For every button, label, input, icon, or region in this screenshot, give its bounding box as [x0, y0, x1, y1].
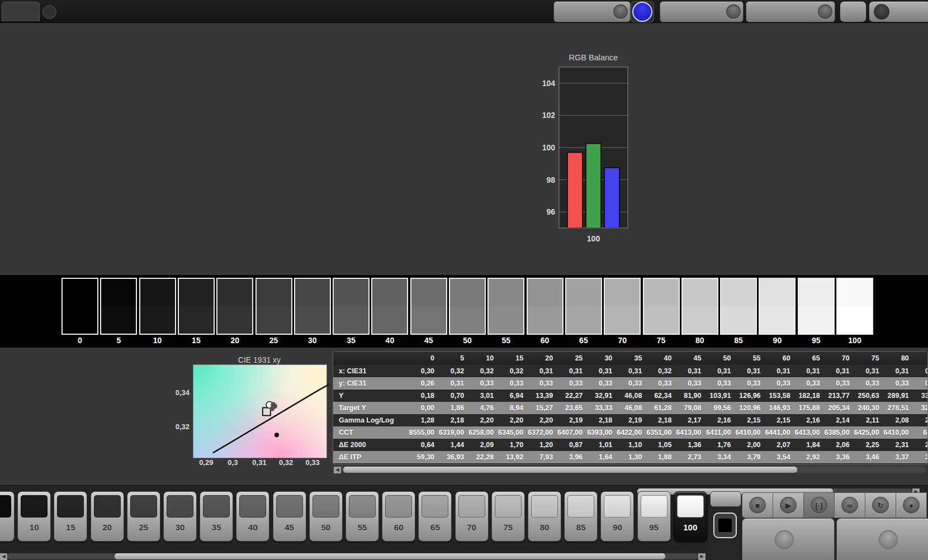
record-button[interactable]: ●: [896, 492, 927, 518]
swatch-target: [799, 306, 834, 334]
table-cell: 0,31: [824, 365, 854, 377]
measurement-table: 0510152025303540455055606570758085x: CIE…: [333, 351, 928, 465]
patch-label: 25: [127, 523, 160, 532]
swatch-actual: [644, 279, 679, 306]
patch-chip: [677, 495, 704, 518]
table-cell: 0,31: [705, 365, 735, 377]
table-cell: 213,77: [824, 390, 854, 402]
patch-chip: [567, 495, 594, 518]
swatch-target: [489, 306, 523, 334]
tab-history-1[interactable]: [2, 2, 40, 21]
chevron-down-icon[interactable]: [818, 4, 832, 19]
patch-button-40[interactable]: 40: [236, 491, 269, 542]
patch-label: 40: [236, 523, 269, 532]
collapse-toolbar-button[interactable]: [869, 1, 928, 22]
add-tab-button[interactable]: [42, 5, 56, 19]
scroll-left-icon[interactable]: ◀: [334, 467, 341, 473]
table-cell: 2,09: [468, 439, 498, 451]
rgb-balance-line-chart: [215, 54, 539, 251]
swatch-level-label: 80: [681, 336, 718, 345]
table-cell: 320,0: [913, 402, 928, 414]
patch-button-20[interactable]: 20: [91, 491, 124, 542]
table-cell: 0,64: [409, 439, 438, 451]
table-cell: 0,00: [409, 402, 438, 414]
play-button[interactable]: ▶: [773, 492, 804, 518]
table-scroll-track[interactable]: [341, 467, 925, 473]
table-cell: 0,33: [468, 377, 498, 390]
patch-button-100[interactable]: 100: [674, 491, 707, 542]
patch-label: 35: [200, 523, 233, 532]
bottom-scroll-track[interactable]: [7, 553, 698, 559]
swatch-target: [217, 306, 252, 334]
patch-button-5[interactable]: 5: [0, 491, 15, 542]
grayscale-swatch-5: [100, 278, 137, 335]
table-scrollbar[interactable]: ◀: [334, 466, 925, 473]
patch-button-80[interactable]: 80: [528, 491, 561, 542]
table-cell: 22,27: [557, 390, 586, 402]
table-cell: 0,31: [735, 365, 765, 377]
table-cell: 3,01: [468, 390, 498, 402]
settings-button[interactable]: [840, 1, 867, 22]
swatch-actual: [63, 279, 97, 306]
bottom-scroll-thumb[interactable]: [115, 553, 665, 559]
patch-button-95[interactable]: 95: [637, 491, 671, 542]
patch-button-45[interactable]: 45: [273, 491, 306, 542]
pattern-window-button[interactable]: [710, 508, 740, 560]
swatch-level-label: 10: [139, 336, 176, 345]
swatch-target: [450, 306, 485, 334]
patch-chip: [21, 495, 48, 518]
swatch-target: [721, 306, 756, 334]
next-button[interactable]: [836, 518, 928, 560]
patch-button-55[interactable]: 55: [345, 491, 379, 542]
refresh-button[interactable]: ↻: [865, 492, 896, 518]
table-cell: 3,96: [557, 451, 586, 463]
chevron-down-icon[interactable]: [613, 4, 628, 19]
swatch-target: [63, 306, 97, 334]
bottom-scrollbar[interactable]: ◀ ▶: [0, 553, 706, 560]
patch-button-85[interactable]: 85: [564, 491, 598, 542]
table-cell: 13,39: [527, 390, 557, 402]
table-cell: 1,88: [646, 451, 675, 463]
table-cell: 0,33: [765, 377, 794, 390]
meter-count-button[interactable]: [631, 1, 654, 22]
table-cell: 2,06: [824, 439, 854, 451]
table-cell: 1,86: [438, 402, 468, 414]
patch-button-75[interactable]: 75: [491, 491, 525, 542]
grayscale-swatch-50: [449, 278, 486, 335]
swatch-level-label: 40: [371, 336, 408, 345]
swatch-actual: [605, 279, 640, 306]
patch-list-up-button[interactable]: [710, 491, 741, 507]
table-scroll-thumb[interactable]: [343, 467, 797, 473]
chevron-down-icon[interactable]: [726, 4, 741, 19]
table-cell: 6410,00: [883, 426, 913, 439]
swatch-actual: [295, 279, 330, 306]
patch-button-35[interactable]: 35: [200, 491, 233, 542]
loop-range-button[interactable]: [·]: [804, 492, 835, 518]
scroll-left-icon[interactable]: ◀: [0, 553, 7, 560]
svg-text:100: 100: [542, 143, 556, 152]
table-cell: 59,30: [409, 451, 438, 463]
patch-button-50[interactable]: 50: [309, 491, 343, 542]
source-dropdown[interactable]: [660, 1, 744, 22]
table-cell: 0,31: [438, 377, 468, 390]
scroll-right-icon[interactable]: ▶: [698, 553, 706, 560]
patch-button-65[interactable]: 65: [418, 491, 452, 542]
patch-button-15[interactable]: 15: [54, 491, 87, 542]
patch-button-60[interactable]: 60: [382, 491, 415, 542]
patch-button-30[interactable]: 30: [163, 491, 197, 542]
patch-label: 75: [492, 523, 524, 532]
patch-chip: [313, 495, 339, 518]
table-cell: 0,33: [616, 377, 646, 390]
patch-button-25[interactable]: 25: [127, 491, 160, 542]
patch-button-70[interactable]: 70: [455, 491, 489, 542]
patch-button-90[interactable]: 90: [600, 491, 634, 542]
patch-button-10[interactable]: 10: [17, 491, 51, 542]
continuous-button[interactable]: ∞: [835, 492, 865, 518]
table-cell: 0,32: [498, 365, 527, 377]
table-cell: 6258,00: [468, 426, 498, 439]
back-button[interactable]: [742, 518, 835, 560]
cie-xtick: 0,29: [195, 458, 217, 467]
meter-dropdown[interactable]: [553, 1, 631, 22]
display-control-dropdown[interactable]: [746, 1, 835, 22]
stop-button[interactable]: ■: [742, 492, 773, 518]
